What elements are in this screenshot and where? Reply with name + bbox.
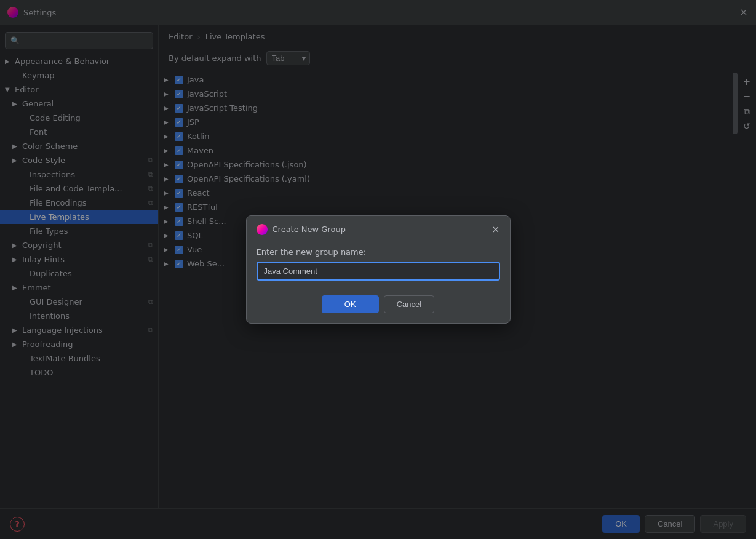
dialog-title-left: Create New Group [257, 224, 346, 235]
dialog-overlay: Create New Group × Enter the new group n… [0, 0, 756, 539]
dialog-body: Enter the new group name: [247, 240, 510, 290]
dialog-title-bar: Create New Group × [247, 216, 510, 240]
settings-window: Settings × 🔍 ▶ Appearance & Behavior ▶ K… [0, 0, 756, 539]
dialog-ok-button[interactable]: OK [322, 295, 379, 313]
dialog-close-button[interactable]: × [491, 223, 499, 235]
dialog-name-input[interactable] [257, 262, 500, 281]
create-group-dialog: Create New Group × Enter the new group n… [246, 215, 511, 324]
dialog-footer: OK Cancel [247, 290, 510, 323]
dialog-title: Create New Group [273, 225, 346, 234]
dialog-label: Enter the new group name: [257, 247, 500, 257]
dialog-cancel-button[interactable]: Cancel [384, 295, 434, 313]
dialog-app-icon [257, 224, 268, 235]
